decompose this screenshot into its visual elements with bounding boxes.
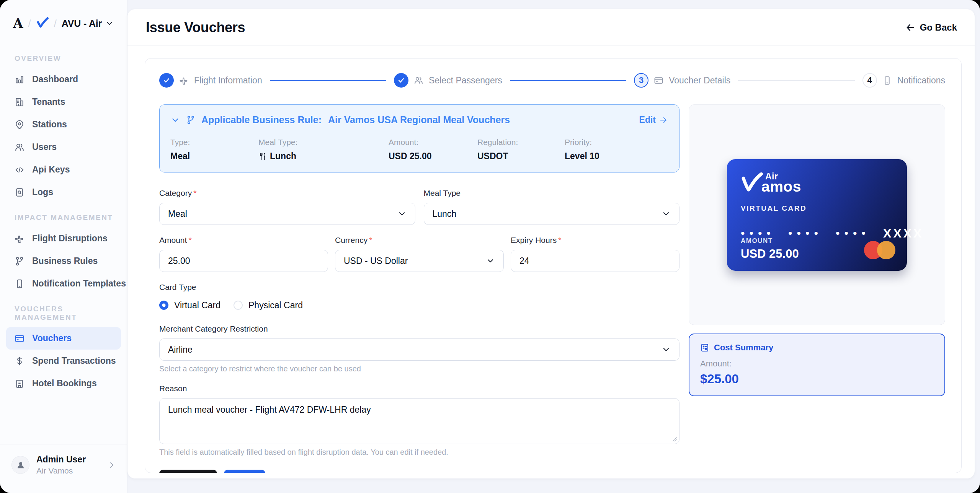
section-label-vouchers: VOUCHERS MANAGEMENT	[0, 305, 127, 327]
meal-type-select[interactable]: Lunch	[424, 203, 680, 225]
stepper: Flight Information Select Passengers 3 V…	[159, 73, 945, 88]
step-label: Flight Information	[194, 75, 262, 86]
rule-field-meal-type: Meal Type: Lunch	[258, 138, 389, 161]
expiry-hours-input[interactable]: 24	[511, 250, 679, 272]
sidebar-item-spend-transactions[interactable]: Spend Transactions	[0, 350, 127, 372]
cost-summary-title: Cost Summary	[714, 343, 773, 353]
map-pin-icon	[15, 120, 24, 130]
reason-group: Reason Lunch meal voucher - Flight AV472…	[159, 384, 679, 457]
step-flight-information[interactable]: Flight Information	[159, 73, 262, 88]
merchant-restriction-value: Airline	[168, 345, 193, 355]
sidebar-item-flight-disruptions[interactable]: Flight Disruptions	[0, 227, 127, 250]
radio-virtual-card[interactable]: Virtual Card	[159, 300, 220, 311]
meal-type-label: Meal Type	[424, 189, 680, 198]
dollar-icon	[15, 356, 24, 366]
business-rule-title: Applicable Business Rule:	[201, 114, 322, 125]
chevron-down-icon	[397, 209, 407, 218]
sidebar-item-hotel-bookings[interactable]: Hotel Bookings	[0, 372, 127, 395]
sidebar-nav: OVERVIEW Dashboard Tenants Stations User…	[0, 44, 127, 395]
company-logo: A	[13, 17, 23, 30]
rule-field-value: Meal	[170, 151, 258, 161]
amount-input[interactable]: 25.00	[159, 250, 328, 272]
sidebar-item-api-keys[interactable]: Api Keys	[0, 158, 127, 181]
sidebar-item-label: Stations	[32, 119, 67, 130]
reason-label: Reason	[159, 384, 679, 393]
next-button[interactable]: Next	[224, 470, 265, 473]
business-rule-header: Applicable Business Rule: Air Vamos USA …	[170, 114, 668, 125]
git-branch-icon	[186, 115, 196, 125]
category-select[interactable]: Meal	[159, 203, 415, 225]
rule-field-label: Priority:	[565, 138, 668, 147]
wizard-content: Applicable Business Rule: Air Vamos USA …	[159, 104, 945, 473]
file-search-icon	[15, 187, 24, 197]
arrow-left-icon	[905, 23, 915, 33]
workspace-selector[interactable]: AVU - Air	[62, 18, 114, 29]
sidebar-item-tenants[interactable]: Tenants	[0, 91, 127, 113]
sidebar-item-users[interactable]: Users	[0, 136, 127, 158]
go-back-button[interactable]: Go Back	[905, 22, 957, 33]
voucher-form: Applicable Business Rule: Air Vamos USA …	[159, 104, 679, 473]
reason-textarea[interactable]: Lunch meal voucher - Flight AV472 DFW-LH…	[159, 398, 679, 444]
card-type-options: Virtual Card Physical Card	[159, 297, 679, 314]
sidebar-item-label: Hotel Bookings	[32, 378, 97, 389]
sidebar-item-notification-templates[interactable]: Notification Templates	[0, 272, 127, 295]
sidebar-item-business-rules[interactable]: Business Rules	[0, 250, 127, 272]
rule-field-priority: Priority: Level 10	[565, 138, 668, 161]
required-mark: *	[188, 236, 191, 244]
currency-select[interactable]: USD - US Dollar	[335, 250, 504, 272]
step-voucher-details[interactable]: 3 Voucher Details	[634, 73, 730, 88]
amount-value: 25.00	[168, 256, 190, 266]
workspace-name: AVU - Air	[62, 18, 102, 29]
rule-field-label: Amount:	[389, 138, 477, 147]
rule-field-value: Level 10	[565, 151, 668, 161]
sidebar-item-label: Tenants	[32, 97, 65, 107]
user-meta: Admin User Air Vamos	[36, 454, 100, 475]
currency-value: USD - US Dollar	[344, 256, 408, 266]
wizard-panel: Flight Information Select Passengers 3 V…	[145, 58, 962, 473]
card-amount-block: AMOUNT USD 25.00	[741, 237, 799, 261]
vamos-card-logo: Air amos	[741, 171, 893, 203]
radio-label: Virtual Card	[174, 300, 220, 311]
vamos-wordmark: Air amos	[761, 171, 801, 195]
sidebar-item-vouchers[interactable]: Vouchers	[6, 327, 121, 350]
step-complete-circle	[394, 73, 408, 88]
step-upcoming-circle: 4	[862, 73, 877, 88]
radio-physical-card[interactable]: Physical Card	[234, 300, 303, 311]
step-notifications[interactable]: 4 Notifications	[862, 73, 945, 88]
card-amount-value: USD 25.00	[741, 247, 799, 261]
chevron-down-icon[interactable]	[170, 115, 180, 125]
arrow-right-icon	[659, 116, 668, 124]
merchant-restriction-select[interactable]: Airline	[159, 338, 679, 361]
business-rule-fields: Type: Meal Meal Type: Lunch	[170, 138, 668, 161]
sidebar-item-label: Business Rules	[32, 256, 98, 266]
expiry-hours-value: 24	[519, 256, 529, 266]
chevron-down-icon	[486, 256, 495, 265]
check-icon	[163, 76, 170, 84]
step-select-passengers[interactable]: Select Passengers	[394, 73, 502, 88]
previous-button[interactable]: Previous	[159, 470, 217, 473]
cost-amount-label: Amount:	[700, 359, 934, 369]
plane-icon	[15, 234, 24, 244]
masked-digits: ••••	[836, 228, 870, 239]
chevron-down-icon	[662, 209, 671, 218]
sidebar-item-dashboard[interactable]: Dashboard	[0, 68, 127, 91]
radio-unselected-icon	[234, 301, 243, 310]
vamos-check-icon	[741, 172, 763, 197]
main-card: Issue Vouchers Go Back Flight Informatio…	[127, 9, 975, 478]
rule-field-regulation: Regulation: USDOT	[477, 138, 565, 161]
sidebar-item-stations[interactable]: Stations	[0, 113, 127, 136]
brand-amos: amos	[761, 178, 801, 195]
plane-icon	[179, 76, 189, 85]
masked-last-group: XXXX	[883, 226, 923, 241]
user-menu[interactable]: Admin User Air Vamos	[0, 444, 127, 493]
page-title: Issue Vouchers	[146, 20, 245, 36]
business-rule-panel: Applicable Business Rule: Air Vamos USA …	[159, 104, 679, 172]
user-org: Air Vamos	[36, 466, 100, 475]
sidebar-item-logs[interactable]: Logs	[0, 181, 127, 203]
card-amount-label: AMOUNT	[741, 237, 799, 245]
radio-label: Physical Card	[248, 300, 303, 311]
users-icon	[15, 142, 24, 152]
brand-divider: /	[28, 18, 31, 29]
edit-rule-link[interactable]: Edit	[639, 115, 668, 125]
section-label-overview: OVERVIEW	[0, 54, 127, 68]
